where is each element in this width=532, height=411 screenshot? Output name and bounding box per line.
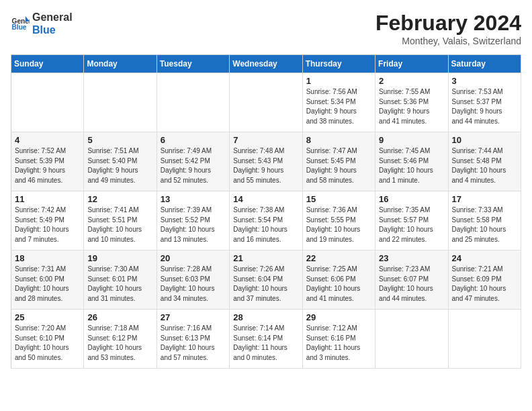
day-number: 7 — [233, 135, 298, 145]
calendar-cell: 20Sunrise: 7:28 AM Sunset: 6:03 PM Dayli… — [157, 250, 229, 310]
calendar-cell: 25Sunrise: 7:20 AM Sunset: 6:10 PM Dayli… — [11, 310, 84, 369]
calendar-cell: 12Sunrise: 7:41 AM Sunset: 5:51 PM Dayli… — [84, 191, 157, 250]
title-area: February 2024 Monthey, Valais, Switzerla… — [375, 11, 521, 46]
calendar-cell: 18Sunrise: 7:31 AM Sunset: 6:00 PM Dayli… — [11, 250, 84, 310]
day-number: 4 — [15, 135, 80, 145]
day-number: 8 — [306, 135, 371, 145]
day-number: 10 — [452, 135, 517, 145]
day-info: Sunrise: 7:53 AM Sunset: 5:37 PM Dayligh… — [452, 87, 517, 126]
day-info: Sunrise: 7:38 AM Sunset: 5:54 PM Dayligh… — [233, 205, 298, 244]
calendar-cell — [11, 73, 84, 132]
header-cell-thursday: Thursday — [302, 55, 375, 73]
calendar-cell — [157, 73, 229, 132]
calendar-cell: 10Sunrise: 7:44 AM Sunset: 5:48 PM Dayli… — [448, 132, 521, 191]
day-number: 25 — [15, 312, 80, 322]
header-cell-tuesday: Tuesday — [157, 55, 229, 73]
calendar-cell: 27Sunrise: 7:16 AM Sunset: 6:13 PM Dayli… — [157, 310, 229, 369]
calendar-cell: 14Sunrise: 7:38 AM Sunset: 5:54 PM Dayli… — [230, 191, 302, 250]
calendar-cell: 1Sunrise: 7:56 AM Sunset: 5:34 PM Daylig… — [302, 73, 375, 132]
day-info: Sunrise: 7:48 AM Sunset: 5:43 PM Dayligh… — [233, 146, 298, 185]
calendar-cell — [230, 73, 302, 132]
day-number: 2 — [379, 76, 444, 86]
day-info: Sunrise: 7:56 AM Sunset: 5:34 PM Dayligh… — [306, 87, 371, 126]
calendar-cell — [84, 73, 157, 132]
calendar-cell — [375, 310, 448, 369]
calendar-table: SundayMondayTuesdayWednesdayThursdayFrid… — [11, 54, 521, 369]
day-info: Sunrise: 7:21 AM Sunset: 6:09 PM Dayligh… — [452, 265, 517, 304]
day-info: Sunrise: 7:16 AM Sunset: 6:13 PM Dayligh… — [161, 324, 226, 363]
logo-icon: General Blue — [11, 14, 30, 33]
calendar-week-0: 1Sunrise: 7:56 AM Sunset: 5:34 PM Daylig… — [11, 73, 521, 132]
day-number: 16 — [379, 194, 444, 204]
day-info: Sunrise: 7:35 AM Sunset: 5:57 PM Dayligh… — [379, 205, 444, 244]
calendar-cell: 13Sunrise: 7:39 AM Sunset: 5:52 PM Dayli… — [157, 191, 229, 250]
logo-blue: Blue — [32, 24, 73, 36]
day-number: 14 — [233, 194, 298, 204]
month-title: February 2024 — [375, 11, 521, 36]
day-info: Sunrise: 7:23 AM Sunset: 6:07 PM Dayligh… — [379, 265, 444, 304]
calendar-week-4: 25Sunrise: 7:20 AM Sunset: 6:10 PM Dayli… — [11, 310, 521, 369]
calendar-cell: 15Sunrise: 7:36 AM Sunset: 5:55 PM Dayli… — [302, 191, 375, 250]
calendar-week-2: 11Sunrise: 7:42 AM Sunset: 5:49 PM Dayli… — [11, 191, 521, 250]
calendar-cell: 17Sunrise: 7:33 AM Sunset: 5:58 PM Dayli… — [448, 191, 521, 250]
calendar-cell: 28Sunrise: 7:14 AM Sunset: 6:14 PM Dayli… — [230, 310, 302, 369]
day-number: 26 — [87, 312, 152, 322]
header-cell-wednesday: Wednesday — [230, 55, 302, 73]
calendar-cell: 8Sunrise: 7:47 AM Sunset: 5:45 PM Daylig… — [302, 132, 375, 191]
calendar-cell: 7Sunrise: 7:48 AM Sunset: 5:43 PM Daylig… — [230, 132, 302, 191]
day-number: 11 — [15, 194, 80, 204]
day-info: Sunrise: 7:47 AM Sunset: 5:45 PM Dayligh… — [306, 146, 371, 185]
day-number: 13 — [161, 194, 226, 204]
calendar-cell: 3Sunrise: 7:53 AM Sunset: 5:37 PM Daylig… — [448, 73, 521, 132]
day-info: Sunrise: 7:33 AM Sunset: 5:58 PM Dayligh… — [452, 205, 517, 244]
calendar-week-1: 4Sunrise: 7:52 AM Sunset: 5:39 PM Daylig… — [11, 132, 521, 191]
day-info: Sunrise: 7:42 AM Sunset: 5:49 PM Dayligh… — [15, 205, 80, 244]
calendar-cell: 5Sunrise: 7:51 AM Sunset: 5:40 PM Daylig… — [84, 132, 157, 191]
day-info: Sunrise: 7:45 AM Sunset: 5:46 PM Dayligh… — [379, 146, 444, 185]
day-number: 1 — [306, 76, 371, 86]
day-info: Sunrise: 7:49 AM Sunset: 5:42 PM Dayligh… — [161, 146, 226, 185]
day-info: Sunrise: 7:31 AM Sunset: 6:00 PM Dayligh… — [15, 265, 80, 304]
day-info: Sunrise: 7:44 AM Sunset: 5:48 PM Dayligh… — [452, 146, 517, 185]
day-info: Sunrise: 7:26 AM Sunset: 6:04 PM Dayligh… — [233, 265, 298, 304]
day-info: Sunrise: 7:41 AM Sunset: 5:51 PM Dayligh… — [87, 205, 152, 244]
subtitle: Monthey, Valais, Switzerland — [375, 36, 521, 46]
calendar-week-3: 18Sunrise: 7:31 AM Sunset: 6:00 PM Dayli… — [11, 250, 521, 310]
day-info: Sunrise: 7:30 AM Sunset: 6:01 PM Dayligh… — [87, 265, 152, 304]
calendar-cell: 29Sunrise: 7:12 AM Sunset: 6:16 PM Dayli… — [302, 310, 375, 369]
logo-general: General — [32, 11, 73, 24]
calendar-cell: 16Sunrise: 7:35 AM Sunset: 5:57 PM Dayli… — [375, 191, 448, 250]
day-number: 15 — [306, 194, 371, 204]
day-info: Sunrise: 7:14 AM Sunset: 6:14 PM Dayligh… — [233, 324, 298, 363]
calendar-cell: 21Sunrise: 7:26 AM Sunset: 6:04 PM Dayli… — [230, 250, 302, 310]
calendar-header-row: SundayMondayTuesdayWednesdayThursdayFrid… — [11, 55, 521, 73]
calendar-cell — [448, 310, 521, 369]
day-number: 12 — [87, 194, 152, 204]
logo: General Blue General Blue — [11, 11, 73, 36]
day-number: 22 — [306, 253, 371, 263]
calendar-cell: 22Sunrise: 7:25 AM Sunset: 6:06 PM Dayli… — [302, 250, 375, 310]
day-info: Sunrise: 7:18 AM Sunset: 6:12 PM Dayligh… — [87, 324, 152, 363]
day-info: Sunrise: 7:25 AM Sunset: 6:06 PM Dayligh… — [306, 265, 371, 304]
day-number: 17 — [452, 194, 517, 204]
day-info: Sunrise: 7:39 AM Sunset: 5:52 PM Dayligh… — [161, 205, 226, 244]
day-number: 3 — [452, 76, 517, 86]
calendar-cell: 6Sunrise: 7:49 AM Sunset: 5:42 PM Daylig… — [157, 132, 229, 191]
day-number: 9 — [379, 135, 444, 145]
svg-text:Blue: Blue — [12, 24, 27, 32]
calendar-cell: 4Sunrise: 7:52 AM Sunset: 5:39 PM Daylig… — [11, 132, 84, 191]
day-number: 23 — [379, 253, 444, 263]
calendar-body: 1Sunrise: 7:56 AM Sunset: 5:34 PM Daylig… — [11, 73, 521, 369]
day-number: 28 — [233, 312, 298, 322]
day-info: Sunrise: 7:28 AM Sunset: 6:03 PM Dayligh… — [161, 265, 226, 304]
calendar-cell: 19Sunrise: 7:30 AM Sunset: 6:01 PM Dayli… — [84, 250, 157, 310]
header: General Blue General Blue February 2024 … — [11, 11, 521, 46]
calendar-cell: 2Sunrise: 7:55 AM Sunset: 5:36 PM Daylig… — [375, 73, 448, 132]
day-info: Sunrise: 7:52 AM Sunset: 5:39 PM Dayligh… — [15, 146, 80, 185]
day-info: Sunrise: 7:55 AM Sunset: 5:36 PM Dayligh… — [379, 87, 444, 126]
day-info: Sunrise: 7:36 AM Sunset: 5:55 PM Dayligh… — [306, 205, 371, 244]
day-number: 5 — [87, 135, 152, 145]
calendar-cell: 11Sunrise: 7:42 AM Sunset: 5:49 PM Dayli… — [11, 191, 84, 250]
header-cell-monday: Monday — [84, 55, 157, 73]
day-number: 27 — [161, 312, 226, 322]
